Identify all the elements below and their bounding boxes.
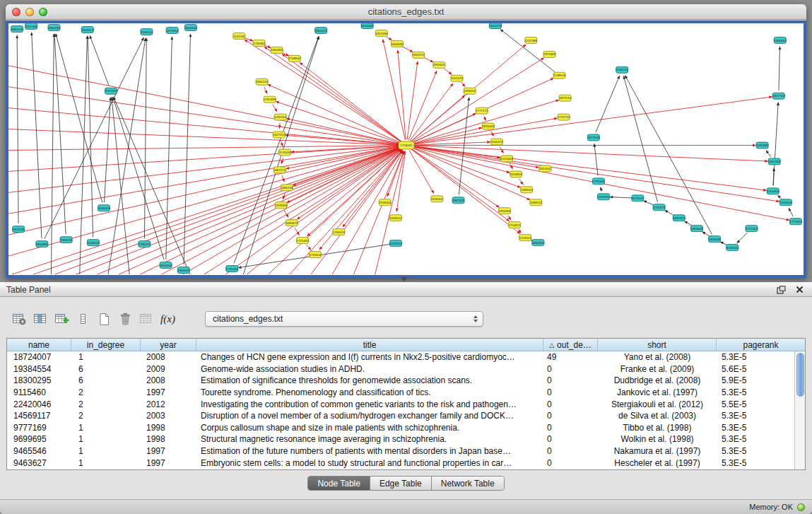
row-tools-icon[interactable] [73,310,93,327]
network-node[interactable]: 1654924 [510,171,523,177]
network-edge[interactable] [601,187,602,192]
network-edge[interactable] [279,123,280,129]
close-window-button[interactable] [12,8,20,16]
network-edge[interactable] [610,197,632,198]
network-edge[interactable] [80,36,88,274]
network-node[interactable]: 1636252 [464,88,476,94]
network-node[interactable]: 1973469 [543,51,556,57]
network-node[interactable]: 1322070 [451,75,464,81]
network-edge[interactable] [276,102,401,144]
network-edge[interactable] [402,47,413,52]
network-node[interactable]: 1777171 [476,107,488,114]
network-edge[interactable] [500,146,503,153]
network-edge[interactable] [144,38,146,238]
table-scrollbar-thumb[interactable] [796,353,804,397]
network-node[interactable]: 1905533 [13,226,25,233]
network-node[interactable]: 1651642 [539,165,552,172]
edit-columns-icon[interactable] [52,310,71,327]
network-edge[interactable] [779,47,780,90]
network-edge[interactable] [12,147,400,274]
network-edge[interactable] [500,30,555,72]
network-edge[interactable] [90,35,109,86]
network-edge[interactable] [408,71,437,140]
network-edge[interactable] [8,129,400,146]
table-row[interactable]: 1938455462009Genome-wide association stu… [7,363,794,375]
network-edge[interactable] [282,52,289,56]
network-node[interactable]: 1210453 [767,188,779,194]
table-row[interactable]: 1830029562008Estimation of significance … [7,375,794,387]
network-canvas[interactable]: 1221592172058422605821748642190012417814… [8,23,804,275]
network-edge[interactable] [112,98,129,274]
column-header-title[interactable]: title [196,339,543,351]
network-node[interactable]: 1961372 [413,52,425,58]
network-node[interactable]: 1904644 [774,37,787,43]
table-row[interactable]: 2242004622012Investigating the contribut… [7,398,794,410]
panel-splitter-handle[interactable] [401,277,408,281]
network-edge[interactable] [412,147,510,173]
network-node[interactable]: 2054053 [160,262,172,269]
table-scrollbar[interactable] [794,351,805,469]
tab-edge-table[interactable]: Edge Table [370,477,432,490]
network-node[interactable]: 1221398 [525,37,538,43]
network-edge[interactable] [8,66,400,144]
network-edge[interactable] [264,87,267,93]
network-edge[interactable] [8,147,400,235]
network-edge[interactable] [594,144,598,175]
network-edge[interactable] [332,151,403,274]
network-node[interactable]: 1310653 [779,199,792,206]
network-node[interactable]: 1777063 [789,218,802,225]
network-edge[interactable] [484,116,486,120]
network-node[interactable]: 1912594 [375,30,388,36]
network-edge[interactable] [459,98,469,195]
network-edge[interactable] [114,97,190,274]
network-node[interactable]: 1918452 [431,196,444,202]
network-node[interactable]: 8131044 [361,23,374,28]
network-node[interactable]: 1725444 [226,266,239,272]
network-node[interactable]: 2054100 [141,28,153,35]
column-header-pagerank[interactable]: pagerank [717,339,805,351]
network-node[interactable]: 1574243 [278,149,291,156]
network-node[interactable]: 1827743 [772,93,785,99]
network-edge[interactable] [51,34,54,274]
network-node[interactable]: 1867323 [452,197,465,204]
network-node[interactable]: 2051503 [105,88,117,94]
network-node[interactable]: 1753414 [310,252,322,258]
column-header-year[interactable]: year [141,339,196,351]
table-row[interactable]: 977716911998Corpus callosum shape and si… [7,422,794,434]
network-node[interactable]: 1904543 [177,267,190,274]
network-node[interactable]: 1748503 [553,72,566,78]
network-node[interactable]: 1589554 [521,187,534,193]
network-node[interactable]: 1261564 [274,114,287,120]
column-header-out_de[interactable]: △out_de… [543,339,598,351]
network-node[interactable]: 1589552 [530,199,543,206]
network-edge[interactable] [108,38,146,274]
table-options-icon[interactable] [10,310,29,327]
network-node[interactable]: 1971545 [25,23,38,29]
network-edge[interactable] [8,146,400,214]
network-node[interactable]: 1720584 [253,40,266,46]
network-edge[interactable] [625,76,712,234]
network-edge[interactable] [737,233,748,243]
network-edge[interactable] [113,97,164,259]
network-node[interactable]: 1918454 [379,199,392,206]
network-edge[interactable] [300,62,402,141]
table-row[interactable]: 969969511998Structural magnetic resonanc… [7,433,794,445]
network-node[interactable]: 1955825 [433,62,446,68]
network-edge[interactable] [8,87,400,144]
table-row[interactable]: 911546021997Tourette syndrome. Phenomeno… [7,387,794,399]
network-node[interactable]: 1900124 [256,78,269,85]
network-node[interactable]: 1791973 [653,204,666,211]
network-node[interactable]: 1867172 [273,167,286,173]
network-edge[interactable] [282,175,285,182]
network-edge[interactable] [383,40,406,140]
network-edge[interactable] [281,158,283,164]
network-node[interactable]: 1725443 [296,238,309,244]
tab-node-table[interactable]: Node Table [308,477,370,490]
network-edge[interactable] [398,50,406,140]
network-node[interactable]: 1642343 [768,158,781,165]
network-node[interactable]: 1781483 [264,96,276,103]
network-node[interactable]: 1160474 [490,139,502,145]
network-node[interactable]: 1679197 [632,195,645,201]
network-node[interactable]: 1816443 [482,123,495,129]
network-node[interactable]: 1904983 [36,241,49,247]
